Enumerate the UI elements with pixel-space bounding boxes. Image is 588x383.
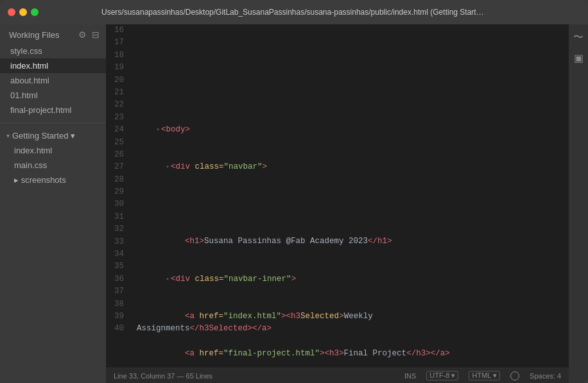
file-item-style-css[interactable]: style.css xyxy=(0,44,106,58)
maximize-button[interactable] xyxy=(31,8,39,16)
cursor-position: Line 33, Column 37 — 65 Lines xyxy=(114,372,212,380)
code-container[interactable]: 16 17 18 19 20 21 22 23 24 25 26 27 28 2… xyxy=(106,24,569,368)
layers-icon[interactable]: ▣ xyxy=(574,52,584,64)
ins-mode[interactable]: INS xyxy=(404,372,416,380)
titlebar: Users/susanapassinhas/Desktop/GitLab_Sus… xyxy=(0,0,588,24)
encoding-selector[interactable]: UTF-8 ▾ xyxy=(426,371,458,380)
language-mode-selector[interactable]: HTML ▾ xyxy=(469,371,500,380)
project-item-main-css[interactable]: main.css xyxy=(0,158,106,173)
line-numbers: 16 17 18 19 20 21 22 23 24 25 26 27 28 2… xyxy=(106,24,130,368)
main-container: Working Files ⚙ ⊟ style.css index.html a… xyxy=(0,24,588,383)
sidebar: Working Files ⚙ ⊟ style.css index.html a… xyxy=(0,24,106,383)
status-bar: Line 33, Column 37 — 65 Lines INS UTF-8 … xyxy=(106,368,569,383)
working-files-label: Working Files xyxy=(9,30,60,40)
spaces-indicator[interactable]: Spaces: 4 xyxy=(530,372,561,380)
working-files-actions: ⚙ ⊟ xyxy=(78,30,99,40)
close-button[interactable] xyxy=(8,8,15,16)
folder-arrow-icon: ▾ xyxy=(6,132,10,139)
folder-closed-arrow-icon: ▸ xyxy=(14,175,21,185)
window-controls xyxy=(8,8,39,16)
project-folder-label: Getting Started ▾ xyxy=(12,131,75,140)
file-item-01-html[interactable]: 01.html xyxy=(0,88,106,103)
settings-icon[interactable]: ⚙ xyxy=(78,30,87,40)
chart-icon[interactable]: 〜 xyxy=(573,31,584,44)
minimize-button[interactable] xyxy=(19,8,27,16)
right-panel: 〜 ▣ xyxy=(569,24,588,383)
code-content[interactable]: <body> <div class="navbar"> <h1>Susana P… xyxy=(130,24,569,368)
file-item-final-project-html[interactable]: final-project.html xyxy=(0,103,106,117)
project-item-index-html[interactable]: index.html xyxy=(0,143,106,158)
sidebar-divider xyxy=(0,123,106,123)
file-item-about-html[interactable]: about.html xyxy=(0,73,106,88)
working-files-header: Working Files ⚙ ⊟ xyxy=(0,24,106,44)
editor-area: 16 17 18 19 20 21 22 23 24 25 26 27 28 2… xyxy=(106,24,569,383)
split-icon[interactable]: ⊟ xyxy=(92,30,99,40)
window-title: Users/susanapassinhas/Desktop/GitLab_Sus… xyxy=(101,8,487,17)
file-item-index-html[interactable]: index.html xyxy=(0,58,106,73)
linting-indicator[interactable] xyxy=(510,371,519,380)
project-item-screenshots[interactable]: ▸ screenshots xyxy=(0,173,106,187)
project-folder-header[interactable]: ▾ Getting Started ▾ xyxy=(0,128,106,143)
